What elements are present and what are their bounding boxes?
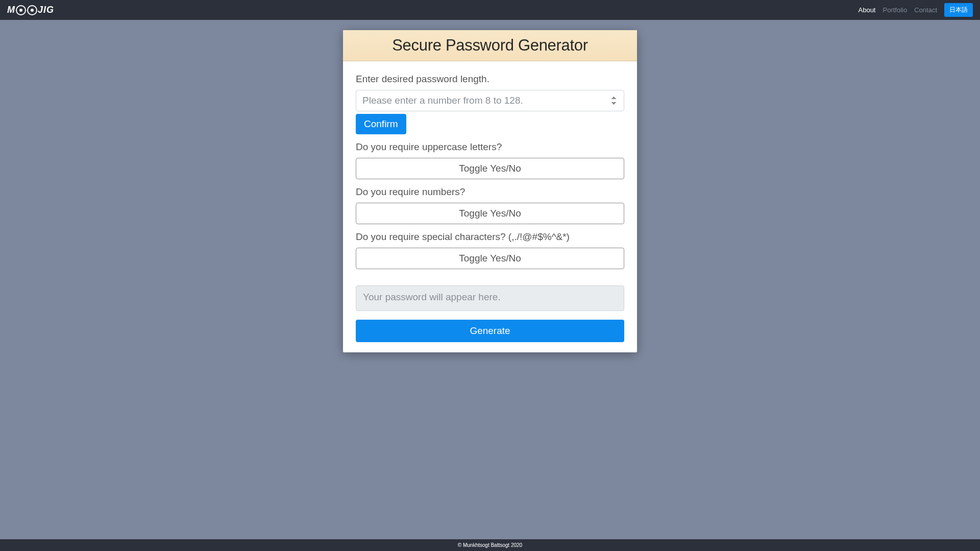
brand-suffix: JIG: [38, 5, 54, 15]
password-output: [356, 285, 624, 311]
nav-link-about[interactable]: About: [859, 6, 876, 14]
card-header: Secure Password Generator: [343, 30, 637, 61]
numbers-toggle[interactable]: Toggle Yes/No: [356, 203, 624, 224]
navbar: M JIG About Portfolio Contact 日本語: [0, 0, 980, 20]
brand-prefix: M: [7, 5, 15, 15]
target-icon: [27, 5, 37, 15]
page-title: Secure Password Generator: [343, 36, 637, 55]
generator-card: Secure Password Generator Enter desired …: [343, 30, 637, 352]
language-button[interactable]: 日本語: [944, 3, 973, 17]
copyright-text: © Munkhtsogt Battsogt 2020: [458, 542, 522, 548]
main-content: Secure Password Generator Enter desired …: [0, 20, 980, 539]
length-label: Enter desired password length.: [356, 74, 624, 85]
card-body: Enter desired password length. Confirm D…: [343, 61, 637, 352]
special-toggle[interactable]: Toggle Yes/No: [356, 248, 624, 269]
numbers-label: Do you require numbers?: [356, 186, 624, 198]
length-input[interactable]: [356, 90, 624, 111]
target-icon: [16, 5, 26, 15]
brand-logo[interactable]: M JIG: [7, 5, 54, 15]
nav-links: About Portfolio Contact 日本語: [859, 3, 973, 17]
confirm-button[interactable]: Confirm: [356, 114, 406, 134]
generate-button[interactable]: Generate: [356, 320, 624, 342]
uppercase-label: Do you require uppercase letters?: [356, 141, 624, 153]
nav-link-portfolio[interactable]: Portfolio: [883, 6, 907, 14]
special-label: Do you require special characters? (,./!…: [356, 231, 624, 243]
footer: © Munkhtsogt Battsogt 2020: [0, 539, 980, 551]
uppercase-toggle[interactable]: Toggle Yes/No: [356, 158, 624, 179]
nav-link-contact[interactable]: Contact: [914, 6, 937, 14]
